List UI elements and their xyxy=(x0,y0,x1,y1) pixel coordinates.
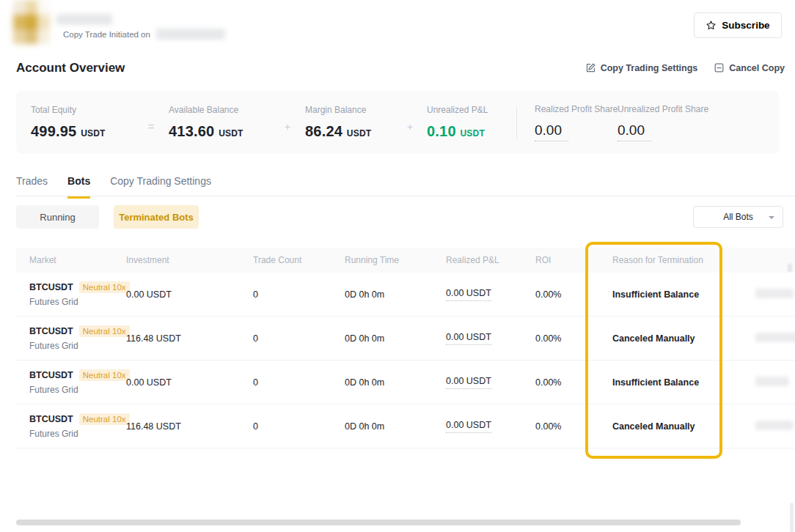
col-realized-pnl: Realized P&L xyxy=(446,255,535,265)
bot-type: Futures Grid xyxy=(29,429,126,439)
running-filter-button[interactable]: Running xyxy=(16,205,99,229)
termination-reason-cell: Insufficient Balance xyxy=(612,289,733,300)
unrealized-profit-share-value: 0.00 xyxy=(618,122,651,141)
col-reason: Reason for Termination xyxy=(612,255,733,265)
col-investment: Investment xyxy=(126,255,253,265)
unrealized-profit-share-label: Unrealized Profit Share xyxy=(618,104,708,114)
trader-name-redacted xyxy=(56,14,112,25)
trade-count-cell: 0 xyxy=(253,289,345,300)
unrealized-pnl: Unrealized P&L 0.10 USDT xyxy=(427,105,515,140)
leverage-badge: Neutral 10x xyxy=(79,413,130,425)
action-redacted[interactable] xyxy=(755,421,794,430)
unrealized-profit-share: Unrealized Profit Share 0.00 xyxy=(616,104,708,141)
margin-balance-unit: USDT xyxy=(347,128,371,138)
investment-cell: 116.48 USDT xyxy=(126,421,253,432)
trade-count-cell: 0 xyxy=(253,333,345,344)
table-header-row: Market Investment Trade Count Running Ti… xyxy=(16,248,795,273)
page-title: Account Overview xyxy=(16,61,125,75)
roi-cell: 0.00% xyxy=(535,377,612,388)
copy-trading-page: Copy Trade Initiated on Subscribe Accoun… xyxy=(0,0,795,532)
action-redacted[interactable] xyxy=(755,289,794,298)
leverage-badge: Neutral 10x xyxy=(79,369,130,381)
minus-square-icon xyxy=(714,62,725,73)
market-cell[interactable]: BTCUSDT Neutral 10x Futures Grid xyxy=(29,325,126,351)
col-running-time: Running Time xyxy=(345,255,446,265)
col-market: Market xyxy=(29,255,126,265)
equity-divider xyxy=(516,106,517,138)
leverage-badge: Neutral 10x xyxy=(79,281,130,293)
available-balance-unit: USDT xyxy=(219,128,243,138)
realized-pnl-cell: 0.00 USDT xyxy=(446,288,491,301)
total-equity-unit: USDT xyxy=(81,128,105,138)
equity-summary-panel: Total Equity 499.95 USDT = Available Bal… xyxy=(16,91,779,154)
copy-trade-initiated-label: Copy Trade Initiated on xyxy=(63,30,150,39)
cancel-copy-button[interactable]: Cancel Copy xyxy=(714,62,785,73)
realized-pnl-cell: 0.00 USDT xyxy=(446,420,491,433)
termination-reason-cell: Canceled Manually xyxy=(612,333,733,344)
trader-avatar[interactable] xyxy=(13,0,50,44)
table-row: BTCUSDT Neutral 10x Futures Grid 116.48 … xyxy=(16,317,795,361)
termination-reason-cell: Insufficient Balance xyxy=(612,377,733,388)
table-row: BTCUSDT Neutral 10x Futures Grid 116.48 … xyxy=(16,404,795,448)
cancel-copy-label: Cancel Copy xyxy=(729,63,785,73)
market-cell[interactable]: BTCUSDT Neutral 10x Futures Grid xyxy=(29,281,126,307)
terminated-bots-filter-button[interactable]: Terminated Bots xyxy=(114,205,199,229)
total-equity: Total Equity 499.95 USDT xyxy=(31,105,133,140)
margin-balance-label: Margin Balance xyxy=(305,105,393,115)
leverage-badge: Neutral 10x xyxy=(79,325,130,337)
bot-type: Futures Grid xyxy=(29,341,126,351)
bots-type-dropdown[interactable]: All Bots xyxy=(693,206,783,228)
overview-actions: Copy Trading Settings Cancel Copy xyxy=(585,62,785,73)
roi-cell: 0.00% xyxy=(535,333,612,344)
horizontal-scrollbar[interactable] xyxy=(16,520,741,525)
trade-count-cell: 0 xyxy=(253,377,345,388)
market-symbol: BTCUSDT xyxy=(29,414,73,424)
plus-operator: + xyxy=(393,112,427,133)
subscribe-button[interactable]: Subscribe xyxy=(694,12,782,38)
market-symbol: BTCUSDT xyxy=(29,282,73,292)
market-cell[interactable]: BTCUSDT Neutral 10x Futures Grid xyxy=(29,413,126,439)
margin-balance: Margin Balance 86.24 USDT xyxy=(305,105,393,140)
star-icon xyxy=(706,20,717,31)
col-roi: ROI xyxy=(535,255,612,265)
subscribe-label: Subscribe xyxy=(722,20,769,31)
total-equity-label: Total Equity xyxy=(31,105,133,115)
chevron-down-icon xyxy=(769,216,774,219)
unrealized-pnl-value: 0.10 xyxy=(427,123,456,139)
initiated-date-redacted xyxy=(156,29,225,40)
action-redacted[interactable] xyxy=(755,377,789,386)
running-time-cell: 0D 0h 0m xyxy=(345,377,446,388)
roi-cell: 0.00% xyxy=(535,289,612,300)
margin-balance-value: 86.24 xyxy=(305,123,342,139)
copy-trade-initiated-line: Copy Trade Initiated on xyxy=(63,29,225,40)
market-symbol: BTCUSDT xyxy=(29,326,73,336)
running-time-cell: 0D 0h 0m xyxy=(345,289,446,300)
table-row: BTCUSDT Neutral 10x Futures Grid 0.00 US… xyxy=(16,273,795,317)
termination-reason-cell: Canceled Manually xyxy=(612,421,733,432)
market-symbol: BTCUSDT xyxy=(29,370,73,380)
bots-dropdown-value: All Bots xyxy=(723,212,753,222)
realized-pnl-cell: 0.00 USDT xyxy=(446,376,491,389)
copy-trading-settings-button[interactable]: Copy Trading Settings xyxy=(585,62,698,73)
plus-operator: + xyxy=(270,112,305,133)
realized-profit-share-value: 0.00 xyxy=(535,122,568,141)
running-time-cell: 0D 0h 0m xyxy=(345,333,446,344)
total-equity-value: 499.95 xyxy=(31,123,76,139)
roi-cell: 0.00% xyxy=(535,421,612,432)
running-time-cell: 0D 0h 0m xyxy=(345,421,446,432)
available-balance: Available Balance 413.60 USDT xyxy=(169,105,270,140)
col-trade-count: Trade Count xyxy=(253,255,345,265)
trade-count-cell: 0 xyxy=(253,421,345,432)
table-row: BTCUSDT Neutral 10x Futures Grid 0.00 US… xyxy=(16,361,795,404)
market-cell[interactable]: BTCUSDT Neutral 10x Futures Grid xyxy=(29,369,126,395)
equals-operator: = xyxy=(133,112,169,133)
action-redacted[interactable] xyxy=(755,333,795,342)
unrealized-pnl-unit: USDT xyxy=(461,128,485,138)
unrealized-pnl-label: Unrealized P&L xyxy=(427,105,515,115)
available-balance-label: Available Balance xyxy=(169,105,270,115)
vertical-scrollbar[interactable] xyxy=(790,503,794,532)
edit-icon xyxy=(585,62,596,73)
realized-profit-share-label: Realized Profit Share xyxy=(535,104,616,114)
investment-cell: 0.00 USDT xyxy=(126,377,253,388)
realized-profit-share: Realized Profit Share 0.00 xyxy=(519,104,616,141)
